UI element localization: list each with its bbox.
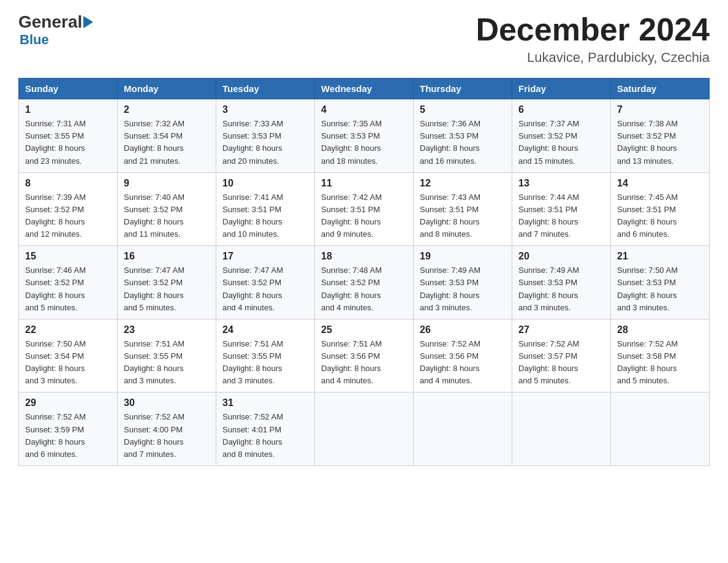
calendar-day-cell: 22Sunrise: 7:50 AMSunset: 3:54 PMDayligh… (19, 319, 118, 393)
day-info: Sunrise: 7:52 AMSunset: 3:58 PMDaylight:… (617, 338, 703, 388)
calendar-day-cell: 16Sunrise: 7:47 AMSunset: 3:52 PMDayligh… (118, 246, 216, 320)
day-info: Sunrise: 7:43 AMSunset: 3:51 PMDaylight:… (420, 191, 506, 241)
calendar-week-row: 22Sunrise: 7:50 AMSunset: 3:54 PMDayligh… (19, 319, 710, 393)
day-header-friday: Friday (512, 79, 611, 99)
day-info: Sunrise: 7:51 AMSunset: 3:55 PMDaylight:… (222, 338, 308, 388)
day-info: Sunrise: 7:50 AMSunset: 3:54 PMDaylight:… (25, 338, 111, 388)
day-info: Sunrise: 7:37 AMSunset: 3:52 PMDaylight:… (518, 118, 604, 167)
logo-triangle-icon (83, 16, 93, 28)
calendar-day-cell: 11Sunrise: 7:42 AMSunset: 3:51 PMDayligh… (315, 172, 414, 246)
day-number: 6 (518, 104, 604, 115)
day-number: 22 (25, 324, 111, 335)
calendar-day-cell: 31Sunrise: 7:52 AMSunset: 4:01 PMDayligh… (216, 393, 315, 466)
day-number: 31 (222, 397, 308, 408)
day-info: Sunrise: 7:46 AMSunset: 3:52 PMDaylight:… (25, 264, 111, 314)
calendar-day-cell: 30Sunrise: 7:52 AMSunset: 4:00 PMDayligh… (118, 393, 216, 466)
month-title: December 2024 (476, 12, 710, 47)
calendar-day-cell: 19Sunrise: 7:49 AMSunset: 3:53 PMDayligh… (414, 246, 512, 320)
calendar-day-cell: 8Sunrise: 7:39 AMSunset: 3:52 PMDaylight… (19, 172, 118, 246)
day-info: Sunrise: 7:52 AMSunset: 3:56 PMDaylight:… (420, 338, 506, 388)
calendar-week-row: 8Sunrise: 7:39 AMSunset: 3:52 PMDaylight… (19, 172, 710, 246)
day-info: Sunrise: 7:38 AMSunset: 3:52 PMDaylight:… (617, 118, 703, 167)
day-number: 19 (420, 251, 506, 262)
calendar-day-cell: 6Sunrise: 7:37 AMSunset: 3:52 PMDaylight… (512, 99, 611, 173)
day-number: 11 (321, 178, 407, 189)
day-info: Sunrise: 7:49 AMSunset: 3:53 PMDaylight:… (518, 264, 604, 314)
day-number: 12 (420, 178, 506, 189)
day-info: Sunrise: 7:47 AMSunset: 3:52 PMDaylight:… (222, 264, 308, 314)
day-info: Sunrise: 7:48 AMSunset: 3:52 PMDaylight:… (321, 264, 407, 314)
day-info: Sunrise: 7:52 AMSunset: 3:59 PMDaylight:… (25, 411, 111, 461)
calendar-day-cell: 1Sunrise: 7:31 AMSunset: 3:55 PMDaylight… (19, 99, 118, 173)
day-number: 30 (124, 397, 210, 408)
day-info: Sunrise: 7:51 AMSunset: 3:55 PMDaylight:… (124, 338, 210, 388)
day-info: Sunrise: 7:45 AMSunset: 3:51 PMDaylight:… (617, 191, 703, 241)
calendar-day-cell (512, 393, 611, 466)
calendar-day-cell: 20Sunrise: 7:49 AMSunset: 3:53 PMDayligh… (512, 246, 611, 320)
calendar-day-cell: 25Sunrise: 7:51 AMSunset: 3:56 PMDayligh… (315, 319, 414, 393)
day-info: Sunrise: 7:50 AMSunset: 3:53 PMDaylight:… (617, 264, 703, 314)
day-header-sunday: Sunday (19, 79, 118, 99)
day-info: Sunrise: 7:36 AMSunset: 3:53 PMDaylight:… (420, 118, 506, 167)
page-header: General Blue December 2024 Lukavice, Par… (18, 12, 710, 66)
day-number: 24 (222, 324, 308, 335)
day-info: Sunrise: 7:31 AMSunset: 3:55 PMDaylight:… (25, 118, 111, 167)
day-number: 16 (124, 251, 210, 262)
day-header-saturday: Saturday (611, 79, 710, 99)
logo-general-text: General (18, 12, 82, 32)
calendar-day-cell: 28Sunrise: 7:52 AMSunset: 3:58 PMDayligh… (611, 319, 710, 393)
title-block: December 2024 Lukavice, Pardubicky, Czec… (476, 12, 710, 66)
day-header-tuesday: Tuesday (216, 79, 315, 99)
day-number: 15 (25, 251, 111, 262)
day-number: 7 (617, 104, 703, 115)
calendar-day-cell: 9Sunrise: 7:40 AMSunset: 3:52 PMDaylight… (118, 172, 216, 246)
calendar-day-cell: 7Sunrise: 7:38 AMSunset: 3:52 PMDaylight… (611, 99, 710, 173)
calendar-day-cell: 4Sunrise: 7:35 AMSunset: 3:53 PMDaylight… (315, 99, 414, 173)
day-number: 4 (321, 104, 407, 115)
calendar-day-cell: 5Sunrise: 7:36 AMSunset: 3:53 PMDaylight… (414, 99, 512, 173)
calendar-day-cell: 24Sunrise: 7:51 AMSunset: 3:55 PMDayligh… (216, 319, 315, 393)
day-number: 10 (222, 178, 308, 189)
day-number: 28 (617, 324, 703, 335)
day-number: 14 (617, 178, 703, 189)
day-header-monday: Monday (118, 79, 216, 99)
location-title: Lukavice, Pardubicky, Czechia (476, 50, 710, 66)
day-number: 13 (518, 178, 604, 189)
day-number: 26 (420, 324, 506, 335)
day-number: 18 (321, 251, 407, 262)
day-number: 3 (222, 104, 308, 115)
day-number: 5 (420, 104, 506, 115)
calendar-day-cell: 29Sunrise: 7:52 AMSunset: 3:59 PMDayligh… (19, 393, 118, 466)
day-info: Sunrise: 7:49 AMSunset: 3:53 PMDaylight:… (420, 264, 506, 314)
calendar-day-cell: 3Sunrise: 7:33 AMSunset: 3:53 PMDaylight… (216, 99, 315, 173)
day-info: Sunrise: 7:52 AMSunset: 3:57 PMDaylight:… (518, 338, 604, 388)
day-number: 25 (321, 324, 407, 335)
day-info: Sunrise: 7:33 AMSunset: 3:53 PMDaylight:… (222, 118, 308, 167)
day-number: 1 (25, 104, 111, 115)
day-number: 9 (124, 178, 210, 189)
calendar-day-cell: 21Sunrise: 7:50 AMSunset: 3:53 PMDayligh… (611, 246, 710, 320)
day-number: 29 (25, 397, 111, 408)
calendar-table: SundayMondayTuesdayWednesdayThursdayFrid… (18, 78, 710, 466)
day-info: Sunrise: 7:32 AMSunset: 3:54 PMDaylight:… (124, 118, 210, 167)
day-number: 27 (518, 324, 604, 335)
day-info: Sunrise: 7:47 AMSunset: 3:52 PMDaylight:… (124, 264, 210, 314)
calendar-day-cell: 17Sunrise: 7:47 AMSunset: 3:52 PMDayligh… (216, 246, 315, 320)
calendar-day-cell (611, 393, 710, 466)
day-info: Sunrise: 7:52 AMSunset: 4:00 PMDaylight:… (124, 411, 210, 461)
day-header-wednesday: Wednesday (315, 79, 414, 99)
calendar-day-cell: 23Sunrise: 7:51 AMSunset: 3:55 PMDayligh… (118, 319, 216, 393)
day-header-thursday: Thursday (414, 79, 512, 99)
calendar-day-cell (414, 393, 512, 466)
calendar-day-cell: 13Sunrise: 7:44 AMSunset: 3:51 PMDayligh… (512, 172, 611, 246)
day-info: Sunrise: 7:41 AMSunset: 3:51 PMDaylight:… (222, 191, 308, 241)
calendar-day-cell: 27Sunrise: 7:52 AMSunset: 3:57 PMDayligh… (512, 319, 611, 393)
calendar-week-row: 15Sunrise: 7:46 AMSunset: 3:52 PMDayligh… (19, 246, 710, 320)
calendar-header-row: SundayMondayTuesdayWednesdayThursdayFrid… (19, 79, 710, 99)
day-info: Sunrise: 7:40 AMSunset: 3:52 PMDaylight:… (124, 191, 210, 241)
logo: General Blue (18, 12, 93, 48)
calendar-day-cell: 15Sunrise: 7:46 AMSunset: 3:52 PMDayligh… (19, 246, 118, 320)
calendar-day-cell: 10Sunrise: 7:41 AMSunset: 3:51 PMDayligh… (216, 172, 315, 246)
day-number: 21 (617, 251, 703, 262)
calendar-day-cell: 12Sunrise: 7:43 AMSunset: 3:51 PMDayligh… (414, 172, 512, 246)
